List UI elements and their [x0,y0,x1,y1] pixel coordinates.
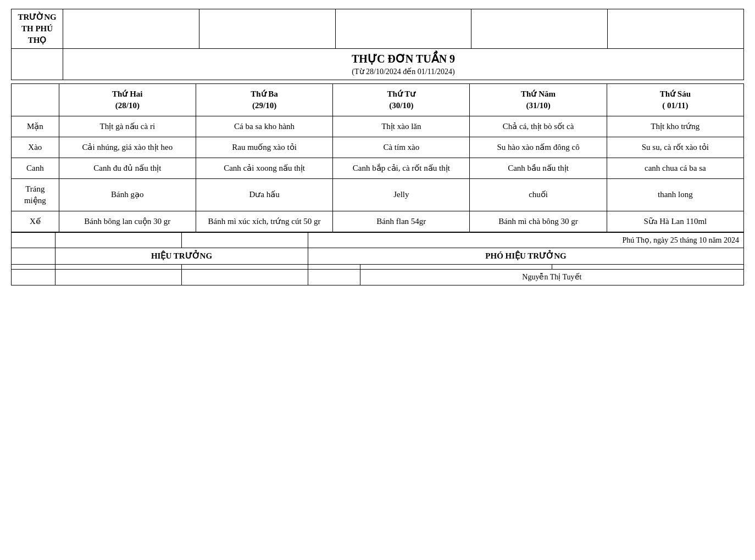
cell-r3-c1: Dưa hấu [196,178,332,211]
footer-date: Phú Thọ, ngày 25 tháng 10 năm 2024 [308,232,744,248]
cell-r1-c2: Cà tím xào [333,137,470,158]
cell-r4-c0: Bánh bông lan cuộn 30 gr [59,211,196,232]
cell-r0-c2: Thịt xào lăn [333,116,470,137]
cell-r4-c4: Sữa Hà Lan 110ml [607,211,743,232]
cell-r2-c2: Canh bắp cải, cà rốt nấu thịt [333,158,470,178]
cell-r3-c0: Bánh gạo [59,178,196,211]
header-mon: Thứ Hai (28/10) [59,83,196,116]
header-thu: Thứ Năm (31/10) [470,83,607,116]
vice-principal-label: PHÓ HIỆU TRƯỞNG [308,248,744,265]
menu-subtitle: (Từ 28/10/2024 đến 01/11/2024) [68,66,739,77]
cell-r0-c3: Chả cá, thịt bò sốt cà [470,116,607,137]
cell-r0-c1: Cá ba sa kho hành [196,116,332,137]
menu-title: THỰC ĐƠN TUẦN 9 [68,51,739,66]
cell-r0-c0: Thịt gà nấu cà ri [59,116,196,137]
cell-r3-c2: Jelly [333,178,470,211]
row-label-4: Xế [12,211,59,232]
header-wed: Thứ Tư (30/10) [333,83,470,116]
cell-r1-c3: Su hào xào nấm đông cô [470,137,607,158]
cell-r1-c0: Cải nhúng, giá xào thịt heo [59,137,196,158]
principal-label: HIỆU TRƯỞNG [55,248,308,265]
cell-r2-c4: canh chua cá ba sa [607,158,743,178]
school-name: TRƯỜNG TH PHÚ THỌ [12,9,63,49]
cell-r0-c4: Thịt kho trứng [607,116,743,137]
cell-r4-c2: Bánh flan 54gr [333,211,470,232]
cell-r2-c3: Canh bầu nấu thịt [470,158,607,178]
cell-r3-c3: chuối [470,178,607,211]
cell-r1-c1: Rau muống xào tỏi [196,137,332,158]
row-label-2: Canh [12,158,59,178]
header-label [12,83,59,116]
cell-r3-c4: thanh long [607,178,743,211]
cell-r2-c0: Canh đu đủ nấu thịt [59,158,196,178]
header-tue: Thứ Ba (29/10) [196,83,332,116]
row-label-0: Mặn [12,116,59,137]
row-label-1: Xào [12,137,59,158]
row-label-3: Tráng miệng [12,178,59,211]
signature-name: Nguyễn Thị Tuyết [360,270,743,285]
header-fri: Thứ Sáu ( 01/11) [607,83,743,116]
cell-r4-c3: Bánh mì chà bông 30 gr [470,211,607,232]
cell-r2-c1: Canh cải xoong nấu thịt [196,158,332,178]
cell-r1-c4: Su su, cà rốt xào tỏi [607,137,743,158]
cell-r4-c1: Bánh mì xúc xích, trứng cút 50 gr [196,211,332,232]
